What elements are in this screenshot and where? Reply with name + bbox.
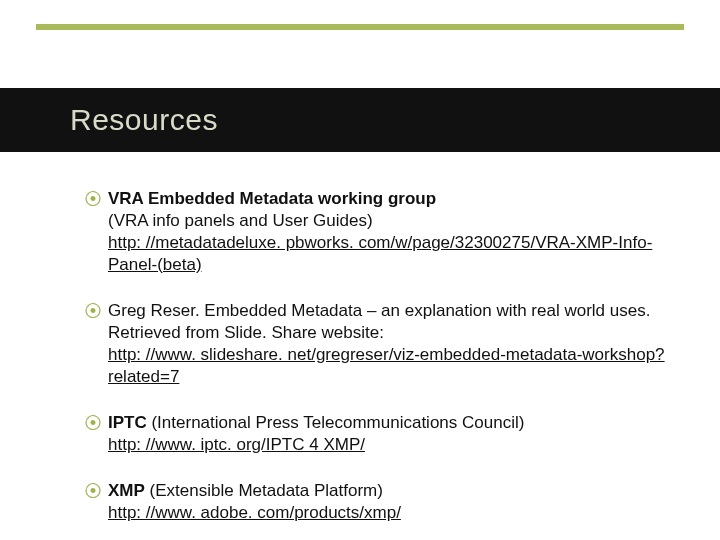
list-item: ⦿ Greg Reser. Embedded Metadata – an exp… [84,300,684,388]
list-item: ⦿ IPTC (International Press Telecommunic… [84,412,684,456]
list-item-text: XMP (Extensible Metadata Platform) http:… [108,480,684,524]
bullet-icon: ⦿ [84,412,108,434]
item-plain: Greg Reser. Embedded Metadata – an expla… [108,301,650,342]
title-bar: Resources [0,88,720,152]
list-item-text: IPTC (International Press Telecommunicat… [108,412,684,456]
item-link[interactable]: http: //www. iptc. org/IPTC 4 XMP/ [108,435,365,454]
item-bold-lead: IPTC [108,413,147,432]
bullet-icon: ⦿ [84,300,108,322]
list-item: ⦿ XMP (Extensible Metadata Platform) htt… [84,480,684,524]
item-plain: (VRA info panels and User Guides) [108,211,373,230]
slide: Resources ⦿ VRA Embedded Metadata workin… [0,0,720,540]
item-plain-inline: (International Press Telecommunications … [147,413,525,432]
item-link[interactable]: http: //metadatadeluxe. pbworks. com/w/p… [108,233,652,274]
item-link[interactable]: http: //www. adobe. com/products/xmp/ [108,503,401,522]
list-item-text: VRA Embedded Metadata working group (VRA… [108,188,684,276]
top-accent-rule [36,24,684,30]
item-bold-lead: VRA Embedded Metadata working group [108,189,436,208]
item-plain-inline: (Extensible Metadata Platform) [145,481,383,500]
item-link[interactable]: http: //www. slideshare. net/gregreser/v… [108,345,665,386]
content-area: ⦿ VRA Embedded Metadata working group (V… [84,188,684,540]
list-item: ⦿ VRA Embedded Metadata working group (V… [84,188,684,276]
item-bold-lead: XMP [108,481,145,500]
slide-title: Resources [70,103,218,137]
bullet-icon: ⦿ [84,188,108,210]
bullet-icon: ⦿ [84,480,108,502]
list-item-text: Greg Reser. Embedded Metadata – an expla… [108,300,684,388]
